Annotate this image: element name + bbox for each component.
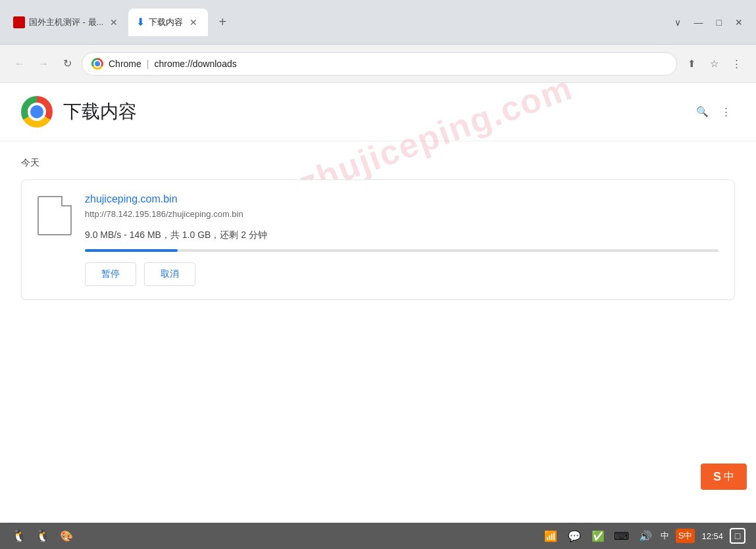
- download-actions: 暂停 取消: [85, 262, 718, 286]
- taskbar-switch-icon[interactable]: ⌨: [613, 527, 630, 544]
- download-card: zhujiceping.com.bin http://78.142.195.18…: [21, 179, 735, 300]
- progress-bar-container: [85, 249, 718, 252]
- taskbar: 🐧 🐧 🎨 📶 💬 ✅ ⌨ 🔊 中 S中 12:54 □: [0, 523, 756, 549]
- taskbar-wifi-icon[interactable]: 📶: [542, 527, 559, 544]
- pause-button[interactable]: 暂停: [85, 262, 136, 286]
- address-url: chrome://downloads: [154, 59, 236, 69]
- title-bar: 国外主机测评 - 最... ✕ ⬇ 下载内容 ✕ + ∨ — □ ✕: [0, 0, 756, 45]
- taskbar-qq1-icon[interactable]: 🐧: [11, 527, 28, 544]
- tab-menu-icon[interactable]: ∨: [674, 17, 681, 28]
- tab1-favicon: [13, 16, 25, 28]
- maximize-button[interactable]: □: [717, 17, 722, 28]
- sogou-s-icon: S: [713, 470, 721, 484]
- taskbar-check-icon[interactable]: ✅: [590, 527, 607, 544]
- forward-button[interactable]: →: [34, 55, 53, 73]
- window-controls: ∨ — □ ✕: [674, 17, 751, 28]
- taskbar-colorpicker-icon[interactable]: 🎨: [58, 527, 75, 544]
- bookmark-icon[interactable]: ☆: [705, 55, 723, 73]
- tab2-label: 下载内容: [149, 16, 183, 28]
- taskbar-chinese-label[interactable]: 中: [661, 530, 669, 542]
- toolbar: ← → ↻ Chrome | chrome://downloads ⬆ ☆ ⋮: [0, 45, 756, 83]
- menu-icon[interactable]: ⋮: [727, 55, 745, 73]
- close-button[interactable]: ✕: [735, 17, 743, 28]
- notification-icon: □: [735, 531, 740, 541]
- download-info: zhujiceping.com.bin http://78.142.195.18…: [85, 193, 718, 286]
- download-url: http://78.142.195.186/zhujiceping.com.bi…: [85, 209, 718, 219]
- chrome-favicon: [91, 58, 103, 70]
- taskbar-time: 12:54: [701, 531, 723, 541]
- tab2-close[interactable]: ✕: [187, 16, 200, 29]
- progress-bar-fill: [85, 249, 178, 252]
- more-options-button[interactable]: ⋮: [717, 103, 735, 121]
- taskbar-wechat-icon[interactable]: 💬: [566, 527, 583, 544]
- download-filename[interactable]: zhujiceping.com.bin: [85, 193, 718, 205]
- cancel-button[interactable]: 取消: [144, 262, 195, 286]
- section-today: 今天: [21, 157, 735, 169]
- tab1-close[interactable]: ✕: [107, 16, 120, 29]
- search-button[interactable]: 🔍: [693, 103, 711, 121]
- share-icon[interactable]: ⬆: [682, 55, 701, 73]
- tab1-label: 国外主机测评 - 最...: [29, 16, 103, 28]
- sogou-zh-label: 中: [724, 470, 734, 484]
- tab-downloads[interactable]: ⬇ 下载内容 ✕: [128, 9, 208, 36]
- tab2-download-icon: ⬇: [136, 16, 145, 28]
- new-tab-button[interactable]: +: [213, 12, 232, 32]
- address-separator: |: [147, 59, 149, 69]
- toolbar-actions: ⬆ ☆ ⋮: [682, 55, 745, 73]
- back-button[interactable]: ←: [11, 55, 29, 73]
- chrome-logo: [21, 96, 53, 128]
- taskbar-qq2-icon[interactable]: 🐧: [34, 527, 51, 544]
- taskbar-volume-icon[interactable]: 🔊: [637, 527, 654, 544]
- downloads-body: 今天 zhujiceping.com.bin http://78.142.195…: [0, 141, 756, 316]
- minimize-button[interactable]: —: [694, 17, 703, 28]
- page-title: 下载内容: [63, 99, 137, 124]
- downloads-header: 下载内容 🔍 ⋮: [0, 83, 756, 141]
- file-icon: [38, 196, 72, 235]
- download-status: 9.0 MB/s - 146 MB，共 1.0 GB，还剩 2 分钟: [85, 229, 718, 241]
- refresh-button[interactable]: ↻: [58, 55, 76, 73]
- page-content: 下载内容 🔍 ⋮ zhujiceping.com 今天 zhujiceping.…: [0, 83, 756, 523]
- address-brand: Chrome: [109, 59, 141, 69]
- header-actions: 🔍 ⋮: [693, 103, 735, 121]
- taskbar-sogou-icon[interactable]: S中: [676, 529, 695, 543]
- notification-center-button[interactable]: □: [730, 528, 745, 544]
- tab-1[interactable]: 国外主机测评 - 最... ✕: [5, 9, 128, 36]
- address-bar[interactable]: Chrome | chrome://downloads: [82, 52, 677, 76]
- sogou-ime-badge[interactable]: S 中: [701, 464, 747, 490]
